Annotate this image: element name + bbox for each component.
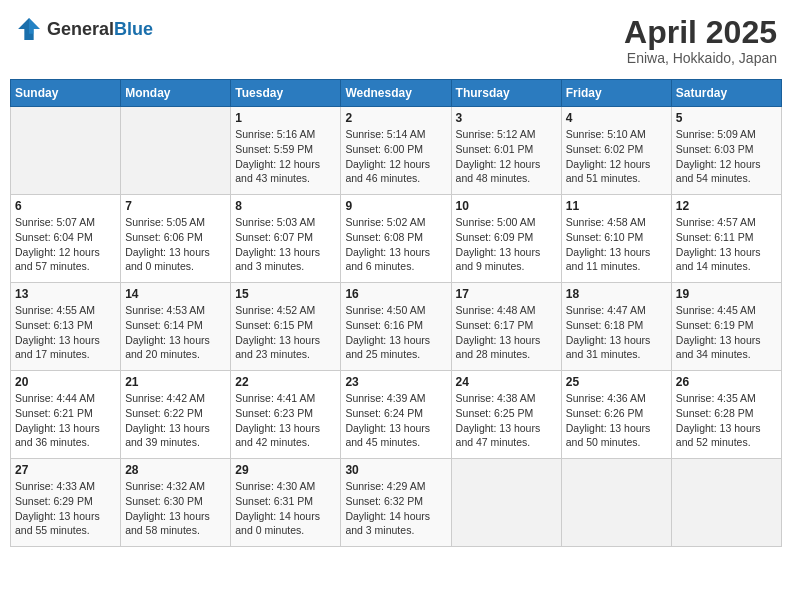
day-cell xyxy=(671,459,781,547)
weekday-header-saturday: Saturday xyxy=(671,80,781,107)
day-cell: 28Sunrise: 4:32 AM Sunset: 6:30 PM Dayli… xyxy=(121,459,231,547)
day-cell: 11Sunrise: 4:58 AM Sunset: 6:10 PM Dayli… xyxy=(561,195,671,283)
day-info: Sunrise: 4:47 AM Sunset: 6:18 PM Dayligh… xyxy=(566,303,667,362)
day-number: 10 xyxy=(456,199,557,213)
day-number: 18 xyxy=(566,287,667,301)
day-info: Sunrise: 5:16 AM Sunset: 5:59 PM Dayligh… xyxy=(235,127,336,186)
day-info: Sunrise: 5:14 AM Sunset: 6:00 PM Dayligh… xyxy=(345,127,446,186)
day-number: 29 xyxy=(235,463,336,477)
day-info: Sunrise: 4:57 AM Sunset: 6:11 PM Dayligh… xyxy=(676,215,777,274)
day-cell xyxy=(561,459,671,547)
day-cell: 16Sunrise: 4:50 AM Sunset: 6:16 PM Dayli… xyxy=(341,283,451,371)
day-cell: 9Sunrise: 5:02 AM Sunset: 6:08 PM Daylig… xyxy=(341,195,451,283)
day-cell: 8Sunrise: 5:03 AM Sunset: 6:07 PM Daylig… xyxy=(231,195,341,283)
calendar-subtitle: Eniwa, Hokkaido, Japan xyxy=(624,50,777,66)
logo-blue: Blue xyxy=(114,20,153,38)
day-number: 22 xyxy=(235,375,336,389)
day-info: Sunrise: 4:52 AM Sunset: 6:15 PM Dayligh… xyxy=(235,303,336,362)
day-cell: 1Sunrise: 5:16 AM Sunset: 5:59 PM Daylig… xyxy=(231,107,341,195)
day-number: 15 xyxy=(235,287,336,301)
day-info: Sunrise: 5:10 AM Sunset: 6:02 PM Dayligh… xyxy=(566,127,667,186)
day-info: Sunrise: 5:09 AM Sunset: 6:03 PM Dayligh… xyxy=(676,127,777,186)
day-cell: 6Sunrise: 5:07 AM Sunset: 6:04 PM Daylig… xyxy=(11,195,121,283)
weekday-header-friday: Friday xyxy=(561,80,671,107)
day-number: 19 xyxy=(676,287,777,301)
day-number: 24 xyxy=(456,375,557,389)
day-info: Sunrise: 4:41 AM Sunset: 6:23 PM Dayligh… xyxy=(235,391,336,450)
logo-general: General xyxy=(47,20,114,38)
day-cell: 3Sunrise: 5:12 AM Sunset: 6:01 PM Daylig… xyxy=(451,107,561,195)
day-info: Sunrise: 5:00 AM Sunset: 6:09 PM Dayligh… xyxy=(456,215,557,274)
day-cell: 21Sunrise: 4:42 AM Sunset: 6:22 PM Dayli… xyxy=(121,371,231,459)
week-row-3: 13Sunrise: 4:55 AM Sunset: 6:13 PM Dayli… xyxy=(11,283,782,371)
day-cell: 2Sunrise: 5:14 AM Sunset: 6:00 PM Daylig… xyxy=(341,107,451,195)
day-cell: 26Sunrise: 4:35 AM Sunset: 6:28 PM Dayli… xyxy=(671,371,781,459)
day-number: 21 xyxy=(125,375,226,389)
week-row-2: 6Sunrise: 5:07 AM Sunset: 6:04 PM Daylig… xyxy=(11,195,782,283)
day-info: Sunrise: 4:42 AM Sunset: 6:22 PM Dayligh… xyxy=(125,391,226,450)
weekday-header-sunday: Sunday xyxy=(11,80,121,107)
day-cell: 4Sunrise: 5:10 AM Sunset: 6:02 PM Daylig… xyxy=(561,107,671,195)
day-info: Sunrise: 4:38 AM Sunset: 6:25 PM Dayligh… xyxy=(456,391,557,450)
day-number: 30 xyxy=(345,463,446,477)
day-cell: 18Sunrise: 4:47 AM Sunset: 6:18 PM Dayli… xyxy=(561,283,671,371)
day-cell xyxy=(451,459,561,547)
day-number: 2 xyxy=(345,111,446,125)
day-info: Sunrise: 4:35 AM Sunset: 6:28 PM Dayligh… xyxy=(676,391,777,450)
day-info: Sunrise: 4:36 AM Sunset: 6:26 PM Dayligh… xyxy=(566,391,667,450)
week-row-4: 20Sunrise: 4:44 AM Sunset: 6:21 PM Dayli… xyxy=(11,371,782,459)
day-info: Sunrise: 4:55 AM Sunset: 6:13 PM Dayligh… xyxy=(15,303,116,362)
day-info: Sunrise: 4:58 AM Sunset: 6:10 PM Dayligh… xyxy=(566,215,667,274)
page-header: General Blue April 2025 Eniwa, Hokkaido,… xyxy=(10,10,782,71)
day-cell: 7Sunrise: 5:05 AM Sunset: 6:06 PM Daylig… xyxy=(121,195,231,283)
day-number: 26 xyxy=(676,375,777,389)
day-cell: 13Sunrise: 4:55 AM Sunset: 6:13 PM Dayli… xyxy=(11,283,121,371)
day-cell: 14Sunrise: 4:53 AM Sunset: 6:14 PM Dayli… xyxy=(121,283,231,371)
day-info: Sunrise: 5:05 AM Sunset: 6:06 PM Dayligh… xyxy=(125,215,226,274)
day-cell: 27Sunrise: 4:33 AM Sunset: 6:29 PM Dayli… xyxy=(11,459,121,547)
day-info: Sunrise: 4:30 AM Sunset: 6:31 PM Dayligh… xyxy=(235,479,336,538)
day-info: Sunrise: 4:50 AM Sunset: 6:16 PM Dayligh… xyxy=(345,303,446,362)
week-row-1: 1Sunrise: 5:16 AM Sunset: 5:59 PM Daylig… xyxy=(11,107,782,195)
calendar-title-block: April 2025 Eniwa, Hokkaido, Japan xyxy=(624,15,777,66)
week-row-5: 27Sunrise: 4:33 AM Sunset: 6:29 PM Dayli… xyxy=(11,459,782,547)
day-cell: 12Sunrise: 4:57 AM Sunset: 6:11 PM Dayli… xyxy=(671,195,781,283)
day-number: 5 xyxy=(676,111,777,125)
day-number: 6 xyxy=(15,199,116,213)
day-number: 25 xyxy=(566,375,667,389)
day-cell: 24Sunrise: 4:38 AM Sunset: 6:25 PM Dayli… xyxy=(451,371,561,459)
day-info: Sunrise: 5:03 AM Sunset: 6:07 PM Dayligh… xyxy=(235,215,336,274)
day-cell: 22Sunrise: 4:41 AM Sunset: 6:23 PM Dayli… xyxy=(231,371,341,459)
day-cell: 30Sunrise: 4:29 AM Sunset: 6:32 PM Dayli… xyxy=(341,459,451,547)
day-info: Sunrise: 5:07 AM Sunset: 6:04 PM Dayligh… xyxy=(15,215,116,274)
day-number: 4 xyxy=(566,111,667,125)
weekday-header-monday: Monday xyxy=(121,80,231,107)
day-number: 7 xyxy=(125,199,226,213)
day-cell: 20Sunrise: 4:44 AM Sunset: 6:21 PM Dayli… xyxy=(11,371,121,459)
day-cell: 15Sunrise: 4:52 AM Sunset: 6:15 PM Dayli… xyxy=(231,283,341,371)
day-info: Sunrise: 4:44 AM Sunset: 6:21 PM Dayligh… xyxy=(15,391,116,450)
day-number: 28 xyxy=(125,463,226,477)
day-number: 9 xyxy=(345,199,446,213)
logo: General Blue xyxy=(15,15,153,43)
day-number: 17 xyxy=(456,287,557,301)
day-number: 12 xyxy=(676,199,777,213)
day-cell xyxy=(121,107,231,195)
weekday-header-tuesday: Tuesday xyxy=(231,80,341,107)
day-info: Sunrise: 4:45 AM Sunset: 6:19 PM Dayligh… xyxy=(676,303,777,362)
day-info: Sunrise: 4:32 AM Sunset: 6:30 PM Dayligh… xyxy=(125,479,226,538)
day-number: 8 xyxy=(235,199,336,213)
svg-marker-1 xyxy=(29,18,40,34)
day-number: 13 xyxy=(15,287,116,301)
day-info: Sunrise: 4:33 AM Sunset: 6:29 PM Dayligh… xyxy=(15,479,116,538)
day-cell: 25Sunrise: 4:36 AM Sunset: 6:26 PM Dayli… xyxy=(561,371,671,459)
calendar-table: SundayMondayTuesdayWednesdayThursdayFrid… xyxy=(10,79,782,547)
day-number: 14 xyxy=(125,287,226,301)
day-cell: 29Sunrise: 4:30 AM Sunset: 6:31 PM Dayli… xyxy=(231,459,341,547)
day-info: Sunrise: 4:53 AM Sunset: 6:14 PM Dayligh… xyxy=(125,303,226,362)
weekday-header-wednesday: Wednesday xyxy=(341,80,451,107)
day-number: 11 xyxy=(566,199,667,213)
day-info: Sunrise: 5:02 AM Sunset: 6:08 PM Dayligh… xyxy=(345,215,446,274)
day-cell: 17Sunrise: 4:48 AM Sunset: 6:17 PM Dayli… xyxy=(451,283,561,371)
day-number: 16 xyxy=(345,287,446,301)
